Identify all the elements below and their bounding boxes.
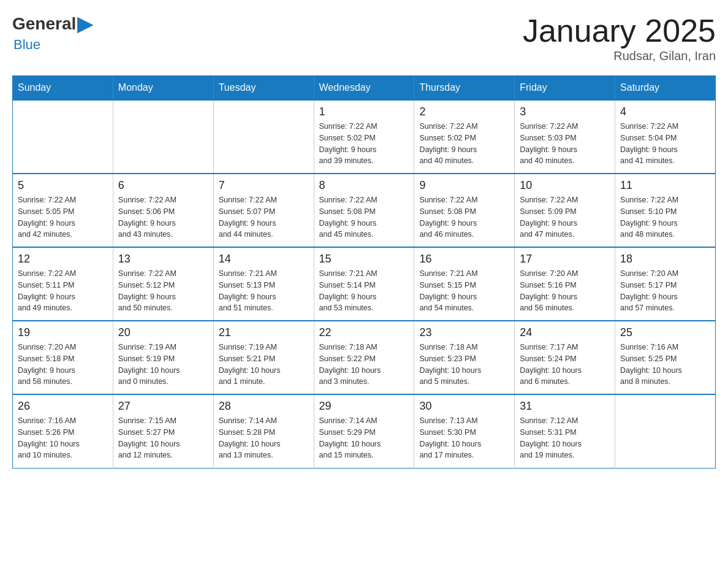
calendar-week-2: 12Sunrise: 7:22 AMSunset: 5:11 PMDayligh…: [13, 247, 716, 321]
day-number: 24: [520, 326, 610, 339]
calendar-cell: 20Sunrise: 7:19 AMSunset: 5:19 PMDayligh…: [113, 321, 213, 394]
weekday-header-row: SundayMondayTuesdayWednesdayThursdayFrid…: [13, 76, 716, 101]
weekday-header-wednesday: Wednesday: [314, 76, 414, 101]
day-number: 6: [118, 179, 208, 192]
day-info: Sunrise: 7:22 AMSunset: 5:12 PMDaylight:…: [118, 268, 208, 314]
day-number: 26: [18, 400, 108, 413]
day-info: Sunrise: 7:20 AMSunset: 5:17 PMDaylight:…: [620, 268, 710, 314]
calendar-week-0: 1Sunrise: 7:22 AMSunset: 5:02 PMDaylight…: [13, 100, 716, 174]
calendar-cell: 11Sunrise: 7:22 AMSunset: 5:10 PMDayligh…: [615, 174, 716, 247]
weekday-header-sunday: Sunday: [13, 76, 113, 101]
day-number: 21: [219, 326, 309, 339]
day-number: 1: [319, 105, 409, 118]
day-number: 19: [18, 326, 108, 339]
calendar-cell: 8Sunrise: 7:22 AMSunset: 5:08 PMDaylight…: [314, 174, 414, 247]
calendar-cell: 25Sunrise: 7:16 AMSunset: 5:25 PMDayligh…: [615, 321, 716, 394]
day-info: Sunrise: 7:22 AMSunset: 5:09 PMDaylight:…: [520, 194, 610, 240]
day-number: 5: [18, 179, 108, 192]
day-info: Sunrise: 7:19 AMSunset: 5:19 PMDaylight:…: [118, 342, 208, 388]
day-info: Sunrise: 7:14 AMSunset: 5:28 PMDaylight:…: [219, 415, 309, 461]
calendar-cell: 2Sunrise: 7:22 AMSunset: 5:02 PMDaylight…: [414, 100, 515, 174]
day-number: 16: [419, 253, 509, 266]
calendar-cell: 14Sunrise: 7:21 AMSunset: 5:13 PMDayligh…: [213, 247, 314, 321]
calendar-cell: 28Sunrise: 7:14 AMSunset: 5:28 PMDayligh…: [213, 394, 314, 468]
day-number: 11: [620, 179, 710, 192]
calendar-cell: 9Sunrise: 7:22 AMSunset: 5:08 PMDaylight…: [414, 174, 515, 247]
day-info: Sunrise: 7:21 AMSunset: 5:13 PMDaylight:…: [219, 268, 309, 314]
day-info: Sunrise: 7:22 AMSunset: 5:08 PMDaylight:…: [419, 194, 509, 240]
logo-arrow-icon: ▶: [77, 12, 93, 36]
day-number: 13: [118, 253, 208, 266]
day-info: Sunrise: 7:22 AMSunset: 5:02 PMDaylight:…: [319, 121, 409, 167]
day-number: 7: [219, 179, 309, 192]
calendar-cell: 10Sunrise: 7:22 AMSunset: 5:09 PMDayligh…: [515, 174, 615, 247]
calendar-cell: 6Sunrise: 7:22 AMSunset: 5:06 PMDaylight…: [113, 174, 213, 247]
weekday-header-monday: Monday: [113, 76, 213, 101]
day-info: Sunrise: 7:21 AMSunset: 5:15 PMDaylight:…: [419, 268, 509, 314]
calendar-cell: 16Sunrise: 7:21 AMSunset: 5:15 PMDayligh…: [414, 247, 515, 321]
day-number: 14: [219, 253, 309, 266]
weekday-header-saturday: Saturday: [615, 76, 716, 101]
calendar-body: 1Sunrise: 7:22 AMSunset: 5:02 PMDaylight…: [13, 100, 716, 468]
day-info: Sunrise: 7:20 AMSunset: 5:18 PMDaylight:…: [18, 342, 108, 388]
day-number: 12: [18, 253, 108, 266]
day-number: 23: [419, 326, 509, 339]
day-number: 3: [520, 105, 610, 118]
calendar-cell: [13, 100, 113, 174]
day-info: Sunrise: 7:22 AMSunset: 5:02 PMDaylight:…: [419, 121, 509, 167]
day-info: Sunrise: 7:22 AMSunset: 5:07 PMDaylight:…: [219, 194, 309, 240]
calendar-cell: 26Sunrise: 7:16 AMSunset: 5:26 PMDayligh…: [13, 394, 113, 468]
day-number: 25: [620, 326, 710, 339]
day-number: 30: [419, 400, 509, 413]
calendar-header: SundayMondayTuesdayWednesdayThursdayFrid…: [13, 76, 716, 101]
calendar-cell: 4Sunrise: 7:22 AMSunset: 5:04 PMDaylight…: [615, 100, 716, 174]
calendar-cell: 29Sunrise: 7:14 AMSunset: 5:29 PMDayligh…: [314, 394, 414, 468]
day-info: Sunrise: 7:20 AMSunset: 5:16 PMDaylight:…: [520, 268, 610, 314]
calendar-cell: 23Sunrise: 7:18 AMSunset: 5:23 PMDayligh…: [414, 321, 515, 394]
day-number: 17: [520, 253, 610, 266]
calendar-cell: 17Sunrise: 7:20 AMSunset: 5:16 PMDayligh…: [515, 247, 615, 321]
day-info: Sunrise: 7:22 AMSunset: 5:05 PMDaylight:…: [18, 194, 108, 240]
day-number: 18: [620, 253, 710, 266]
day-info: Sunrise: 7:15 AMSunset: 5:27 PMDaylight:…: [118, 415, 208, 461]
logo-general-text: General: [12, 14, 76, 34]
calendar-cell: 1Sunrise: 7:22 AMSunset: 5:02 PMDaylight…: [314, 100, 414, 174]
day-number: 9: [419, 179, 509, 192]
calendar-cell: 30Sunrise: 7:13 AMSunset: 5:30 PMDayligh…: [414, 394, 515, 468]
calendar-cell: 3Sunrise: 7:22 AMSunset: 5:03 PMDaylight…: [515, 100, 615, 174]
day-number: 2: [419, 105, 509, 118]
weekday-header-tuesday: Tuesday: [213, 76, 314, 101]
calendar-cell: 12Sunrise: 7:22 AMSunset: 5:11 PMDayligh…: [13, 247, 113, 321]
calendar-cell: [213, 100, 314, 174]
calendar-cell: 5Sunrise: 7:22 AMSunset: 5:05 PMDaylight…: [13, 174, 113, 247]
calendar-cell: 13Sunrise: 7:22 AMSunset: 5:12 PMDayligh…: [113, 247, 213, 321]
day-info: Sunrise: 7:18 AMSunset: 5:23 PMDaylight:…: [419, 342, 509, 388]
calendar-cell: 18Sunrise: 7:20 AMSunset: 5:17 PMDayligh…: [615, 247, 716, 321]
day-number: 8: [319, 179, 409, 192]
day-number: 10: [520, 179, 610, 192]
logo: General ▶ Blue: [12, 12, 94, 53]
calendar-subtitle: Rudsar, Gilan, Iran: [523, 49, 716, 63]
calendar-cell: 27Sunrise: 7:15 AMSunset: 5:27 PMDayligh…: [113, 394, 213, 468]
calendar-cell: 7Sunrise: 7:22 AMSunset: 5:07 PMDaylight…: [213, 174, 314, 247]
calendar-week-3: 19Sunrise: 7:20 AMSunset: 5:18 PMDayligh…: [13, 321, 716, 394]
day-info: Sunrise: 7:22 AMSunset: 5:11 PMDaylight:…: [18, 268, 108, 314]
day-number: 28: [219, 400, 309, 413]
calendar-cell: 19Sunrise: 7:20 AMSunset: 5:18 PMDayligh…: [13, 321, 113, 394]
logo-blue-text: Blue: [13, 37, 94, 53]
day-info: Sunrise: 7:17 AMSunset: 5:24 PMDaylight:…: [520, 342, 610, 388]
calendar-cell: 31Sunrise: 7:12 AMSunset: 5:31 PMDayligh…: [515, 394, 615, 468]
day-number: 4: [620, 105, 710, 118]
day-info: Sunrise: 7:22 AMSunset: 5:08 PMDaylight:…: [319, 194, 409, 240]
calendar-cell: 24Sunrise: 7:17 AMSunset: 5:24 PMDayligh…: [515, 321, 615, 394]
calendar-cell: [615, 394, 716, 468]
day-number: 22: [319, 326, 409, 339]
calendar-table: SundayMondayTuesdayWednesdayThursdayFrid…: [12, 75, 716, 469]
day-info: Sunrise: 7:14 AMSunset: 5:29 PMDaylight:…: [319, 415, 409, 461]
day-number: 31: [520, 400, 610, 413]
calendar-title: January 2025: [523, 12, 716, 49]
day-number: 27: [118, 400, 208, 413]
day-info: Sunrise: 7:12 AMSunset: 5:31 PMDaylight:…: [520, 415, 610, 461]
calendar-cell: [113, 100, 213, 174]
day-info: Sunrise: 7:18 AMSunset: 5:22 PMDaylight:…: [319, 342, 409, 388]
